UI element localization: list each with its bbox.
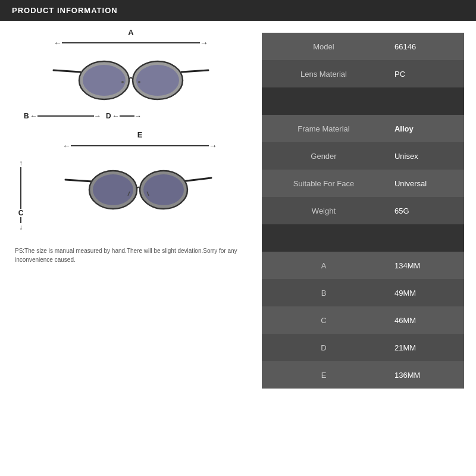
spec-label: Frame Material xyxy=(262,115,386,142)
table-row: B49MM xyxy=(262,279,464,306)
svg-point-3 xyxy=(83,65,126,96)
spec-value: Alloy xyxy=(386,115,464,142)
svg-line-1 xyxy=(181,70,208,72)
svg-point-6 xyxy=(121,81,124,83)
spec-value: 49MM xyxy=(386,279,464,306)
b-arrow-right: → xyxy=(94,112,101,120)
table-row: Weight65G xyxy=(262,197,464,224)
side-diagram: E ← → ↑ C ↓ xyxy=(12,141,250,231)
table-row: D21MM xyxy=(262,334,464,361)
spec-value: Universal xyxy=(386,170,464,197)
spec-value: 46MM xyxy=(386,306,464,334)
table-divider xyxy=(262,224,464,252)
b-shaft xyxy=(37,115,94,117)
bd-dimensions: B ← → D ← → xyxy=(12,112,250,120)
spec-value: 21MM xyxy=(386,334,464,361)
left-panel: A ← → xyxy=(12,33,250,461)
svg-point-13 xyxy=(143,174,184,205)
e-arrow-left: ← xyxy=(62,141,71,151)
e-arrow-right: → xyxy=(209,141,217,151)
glasses-top-view xyxy=(48,49,214,109)
d-arrow-right: → xyxy=(134,112,142,120)
d-shaft xyxy=(120,115,134,117)
c-shaft xyxy=(20,167,21,209)
svg-line-9 xyxy=(181,178,211,181)
c-arrow-up: ↑ xyxy=(19,159,23,167)
spec-value: 136MM xyxy=(386,361,464,389)
spec-label: Weight xyxy=(262,197,386,224)
table-row: Frame MaterialAlloy xyxy=(262,115,464,142)
svg-line-0 xyxy=(54,70,80,72)
table-row: Model66146 xyxy=(262,33,464,60)
spec-label: Suitable For Face xyxy=(262,170,386,197)
spec-label: Model xyxy=(262,33,386,60)
spec-label: Gender xyxy=(262,142,386,170)
b-arrow-left: ← xyxy=(30,112,37,120)
svg-line-8 xyxy=(65,180,92,181)
a-arrow-shaft xyxy=(62,42,200,43)
table-row: C46MM xyxy=(262,306,464,334)
d-dim-label: D xyxy=(106,112,111,120)
svg-point-5 xyxy=(136,65,179,96)
table-row: GenderUnisex xyxy=(262,142,464,170)
spec-label: D xyxy=(262,334,386,361)
c-dim-label: C xyxy=(18,209,24,217)
table-row: Suitable For FaceUniversal xyxy=(262,170,464,197)
page-header: PRODUCT INFORMATION xyxy=(0,0,476,21)
b-dim-label: B xyxy=(24,112,29,120)
spec-value: Unisex xyxy=(386,142,464,170)
main-content: A ← → xyxy=(0,21,476,473)
header-title: PRODUCT INFORMATION xyxy=(12,6,118,15)
c-dimension: ↑ C ↓ xyxy=(15,153,27,231)
table-row: A134MM xyxy=(262,252,464,279)
spec-label: C xyxy=(262,306,386,334)
c-arrow-down: ↓ xyxy=(19,223,23,231)
arrow-left-icon: ← xyxy=(54,39,62,47)
top-diagram: A ← → xyxy=(12,39,250,120)
spec-label: B xyxy=(262,279,386,306)
table-row: E136MM xyxy=(262,361,464,389)
spec-label: A xyxy=(262,252,386,279)
svg-point-7 xyxy=(138,81,140,83)
arrow-right-icon: → xyxy=(200,39,208,47)
note-text: PS:The size is manual measured by hand.T… xyxy=(12,246,250,264)
table-row: Lens MaterialPC xyxy=(262,60,464,87)
table-divider xyxy=(262,87,464,115)
e-dim-label: E xyxy=(137,130,143,139)
spec-table: Model66146Lens MaterialPCFrame MaterialA… xyxy=(262,33,464,389)
right-panel: Model66146Lens MaterialPCFrame MaterialA… xyxy=(262,33,464,461)
glasses-side-view xyxy=(60,153,220,224)
spec-label: E xyxy=(262,361,386,389)
a-dim-label: A xyxy=(128,28,133,37)
spec-value: 66146 xyxy=(386,33,464,60)
spec-value: 134MM xyxy=(386,252,464,279)
e-shaft xyxy=(71,145,209,146)
spec-label: Lens Material xyxy=(262,60,386,87)
c-shaft-bot xyxy=(20,217,21,223)
spec-value: 65G xyxy=(386,197,464,224)
svg-point-11 xyxy=(93,174,133,205)
d-arrow-left: ← xyxy=(112,112,120,120)
spec-value: PC xyxy=(386,60,464,87)
